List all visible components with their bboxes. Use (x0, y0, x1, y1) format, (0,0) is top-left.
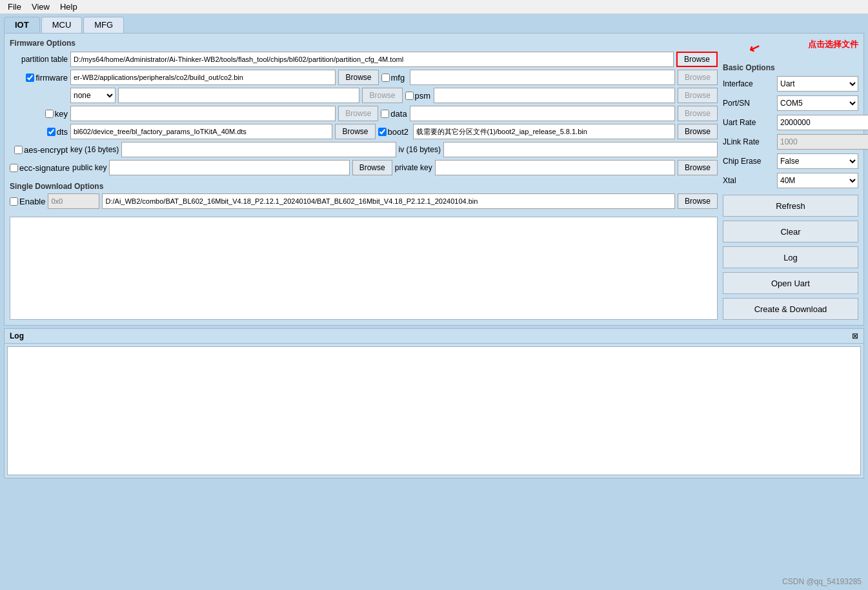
dts-checkbox-label[interactable]: dts (10, 127, 68, 137)
tabs-bar: IOT MCU MFG (4, 17, 864, 33)
data-input[interactable] (410, 106, 675, 121)
main-content: Firmware Options partition table Browse … (4, 33, 864, 326)
menubar: File View Help (0, 0, 868, 14)
dts-row: dts Browse boot2 Browse (10, 124, 718, 139)
single-address-input[interactable] (48, 193, 99, 209)
log-title: Log (10, 331, 24, 340)
ecc-signature-label[interactable]: ecc-signature (10, 163, 70, 173)
jlink-rate-label: JLink Rate (723, 137, 774, 146)
menu-help[interactable]: Help (55, 1, 83, 13)
tab-mcu[interactable]: MCU (41, 17, 83, 33)
none-select[interactable]: none (70, 88, 116, 103)
psm-browse[interactable]: Browse (678, 88, 718, 103)
log-panel-header: Log ⊠ (5, 329, 863, 344)
menu-view[interactable]: View (26, 1, 55, 13)
dts-input[interactable] (70, 124, 332, 139)
partition-table-label: partition table (10, 55, 68, 64)
boot2-checkbox[interactable] (378, 128, 387, 136)
create-download-button[interactable]: Create & Download (723, 298, 858, 320)
tab-mfg[interactable]: MFG (83, 17, 124, 33)
psm-checkbox[interactable] (405, 92, 414, 100)
log-close-icon[interactable]: ⊠ (852, 331, 858, 340)
pub-key-input[interactable] (109, 160, 349, 175)
pub-key-label: public key (72, 163, 106, 172)
key-checkbox[interactable] (45, 110, 54, 118)
aes-encrypt-row: aes-encrypt key (16 bytes) iv (16 bytes) (10, 142, 718, 157)
jlink-rate-row: JLink Rate (723, 134, 858, 150)
chip-erase-row: Chip Erase False True (723, 153, 858, 169)
boot2-input[interactable] (413, 124, 675, 139)
chip-erase-label: Chip Erase (723, 157, 774, 166)
left-panel: Firmware Options partition table Browse … (10, 39, 718, 320)
right-panel: 点击选择文件 ↗ Basic Options Interface Uart JL… (723, 39, 858, 320)
uart-rate-input[interactable] (777, 115, 868, 130)
firmware-checkbox[interactable] (26, 74, 34, 82)
boot2-checkbox-label[interactable]: boot2 (378, 127, 410, 137)
aes-key-input[interactable] (121, 142, 396, 157)
firmware-options-title: Firmware Options (10, 39, 718, 48)
interface-row: Interface Uart JLink (723, 76, 858, 92)
aes-encrypt-checkbox[interactable] (14, 146, 23, 154)
mfg-checkbox-label[interactable]: mfg (381, 73, 407, 83)
ecc-signature-checkbox[interactable] (10, 164, 18, 172)
key-browse[interactable]: Browse (338, 106, 378, 121)
iv-16-label: iv (16 bytes) (399, 145, 441, 154)
chip-erase-select[interactable]: False True (777, 153, 858, 169)
data-browse[interactable]: Browse (678, 106, 718, 121)
priv-key-label: private key (395, 163, 432, 172)
key-input[interactable] (70, 106, 336, 121)
log-button[interactable]: Log (723, 246, 858, 268)
interface-select[interactable]: Uart JLink (777, 76, 858, 92)
priv-key-input[interactable] (435, 160, 675, 175)
interface-label: Interface (723, 79, 774, 88)
uart-rate-label: Uart Rate (723, 118, 774, 127)
psm-checkbox-label[interactable]: psm (405, 91, 431, 101)
single-download-title: Single Download Options (10, 182, 718, 191)
enable-checkbox-label[interactable]: Enable (10, 197, 45, 206)
watermark: CSDN @qq_54193285 (782, 577, 862, 586)
firmware-row: firmware Browse mfg Browse (10, 70, 718, 85)
log-panel: Log ⊠ (4, 328, 864, 478)
port-sn-label: Port/SN (723, 99, 774, 108)
key-checkbox-label[interactable]: key (10, 109, 68, 119)
none-input[interactable] (118, 88, 359, 103)
none-row: none Browse psm Browse (10, 88, 718, 103)
xtal-label: Xtal (723, 176, 774, 185)
menu-file[interactable]: File (3, 1, 26, 13)
mfg-input[interactable] (410, 70, 675, 85)
firmware-log-area (10, 217, 718, 320)
xtal-row: Xtal 40M 32M 38.4M 26M 24M (723, 173, 858, 188)
psm-input[interactable] (434, 88, 675, 103)
firmware-input[interactable] (70, 70, 336, 85)
mfg-checkbox[interactable] (381, 74, 390, 82)
key-16-label: key (16 bytes) (70, 145, 119, 154)
firmware-checkbox-label[interactable]: firmware (10, 73, 68, 83)
xtal-select[interactable]: 40M 32M 38.4M 26M 24M (777, 173, 858, 188)
single-file-input[interactable] (102, 193, 675, 209)
data-checkbox-label[interactable]: data (381, 109, 407, 119)
jlink-rate-input[interactable] (777, 134, 868, 150)
dts-browse[interactable]: Browse (335, 124, 375, 139)
uart-rate-row: Uart Rate (723, 115, 858, 130)
none-browse[interactable]: Browse (362, 88, 402, 103)
pub-key-browse[interactable]: Browse (352, 160, 392, 175)
dts-checkbox[interactable] (47, 128, 56, 136)
priv-key-browse[interactable]: Browse (678, 160, 718, 175)
enable-checkbox[interactable] (10, 197, 18, 206)
single-browse-btn[interactable]: Browse (678, 193, 718, 209)
port-sn-row: Port/SN COM5 (723, 95, 858, 111)
boot2-browse[interactable]: Browse (678, 124, 718, 139)
log-content (7, 346, 861, 475)
firmware-browse[interactable]: Browse (338, 70, 378, 85)
partition-table-input[interactable] (70, 52, 674, 67)
data-checkbox[interactable] (381, 110, 389, 118)
clear-button[interactable]: Clear (723, 221, 858, 242)
aes-iv-input[interactable] (443, 142, 718, 157)
tab-iot[interactable]: IOT (4, 17, 40, 33)
port-sn-select[interactable]: COM5 (777, 95, 858, 111)
partition-table-browse[interactable]: Browse (676, 52, 718, 67)
open-uart-button[interactable]: Open Uart (723, 272, 858, 294)
refresh-button[interactable]: Refresh (723, 195, 858, 217)
aes-encrypt-label[interactable]: aes-encrypt (10, 145, 68, 155)
mfg-browse[interactable]: Browse (678, 70, 718, 85)
